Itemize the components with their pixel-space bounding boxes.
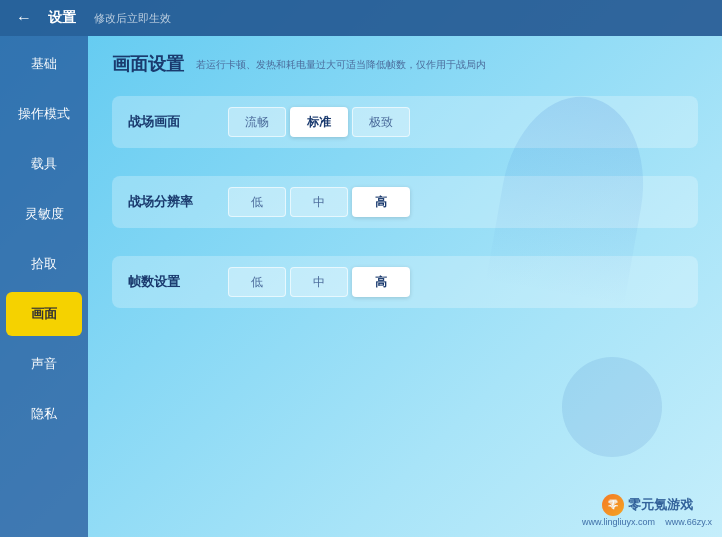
section-desc: 若运行卡顿、发热和耗电量过大可适当降低帧数，仅作用于战局内 bbox=[196, 58, 486, 71]
body-layout: 基础 操作模式 载具 灵敏度 拾取 画面 声音 隐私 bbox=[0, 36, 722, 537]
sidebar-item-pickup[interactable]: 拾取 bbox=[6, 242, 82, 286]
watermark-brand: 零元氪游戏 bbox=[628, 496, 693, 514]
sidebar-item-props[interactable]: 载具 bbox=[6, 142, 82, 186]
watermark: 零 零元氪游戏 www.lingliuyx.com www.66zy.x bbox=[582, 494, 712, 527]
fps-setting-row: 帧数设置 低 中 高 bbox=[112, 256, 698, 308]
sidebar-item-operation[interactable]: 操作模式 bbox=[6, 92, 82, 136]
fps-option-0[interactable]: 低 bbox=[228, 267, 286, 297]
sidebar-item-sound[interactable]: 声音 bbox=[6, 342, 82, 386]
fps-setting-options: 低 中 高 bbox=[228, 267, 410, 297]
watermark-logo: 零 零元氪游戏 bbox=[602, 494, 693, 516]
sidebar: 基础 操作模式 载具 灵敏度 拾取 画面 声音 隐私 bbox=[0, 36, 88, 537]
battle-resolution-options: 低 中 高 bbox=[228, 187, 410, 217]
sidebar-item-sensitivity[interactable]: 灵敏度 bbox=[6, 192, 82, 236]
watermark-icon: 零 bbox=[602, 494, 624, 516]
page-subtitle: 修改后立即生效 bbox=[94, 11, 171, 26]
battle-screen-options: 流畅 标准 极致 bbox=[228, 107, 410, 137]
fps-option-1[interactable]: 中 bbox=[290, 267, 348, 297]
content-area: 画面设置 若运行卡顿、发热和耗电量过大可适当降低帧数，仅作用于战局内 战场画面 … bbox=[88, 36, 722, 537]
battle-screen-option-1[interactable]: 标准 bbox=[290, 107, 348, 137]
battle-resolution-option-0[interactable]: 低 bbox=[228, 187, 286, 217]
section-title-row: 画面设置 若运行卡顿、发热和耗电量过大可适当降低帧数，仅作用于战局内 bbox=[112, 52, 698, 76]
page-title: 设置 bbox=[48, 9, 76, 27]
battle-screen-row: 战场画面 流畅 标准 极致 bbox=[112, 96, 698, 148]
battle-screen-option-2[interactable]: 极致 bbox=[352, 107, 410, 137]
battle-resolution-row: 战场分辨率 低 中 高 bbox=[112, 176, 698, 228]
battle-screen-label: 战场画面 bbox=[128, 113, 228, 131]
fps-setting-label: 帧数设置 bbox=[128, 273, 228, 291]
watermark-urls: www.lingliuyx.com www.66zy.x bbox=[582, 517, 712, 527]
back-button[interactable]: ← bbox=[10, 4, 38, 32]
battle-resolution-option-1[interactable]: 中 bbox=[290, 187, 348, 217]
battle-resolution-label: 战场分辨率 bbox=[128, 193, 228, 211]
battle-resolution-option-2[interactable]: 高 bbox=[352, 187, 410, 217]
fps-option-2[interactable]: 高 bbox=[352, 267, 410, 297]
section-title: 画面设置 bbox=[112, 52, 184, 76]
battle-screen-option-0[interactable]: 流畅 bbox=[228, 107, 286, 137]
sidebar-item-basic[interactable]: 基础 bbox=[6, 42, 82, 86]
sidebar-item-screen[interactable]: 画面 bbox=[6, 292, 82, 336]
top-bar: ← 设置 修改后立即生效 bbox=[0, 0, 722, 36]
sidebar-item-privacy[interactable]: 隐私 bbox=[6, 392, 82, 436]
main-container: ← 设置 修改后立即生效 基础 操作模式 载具 灵敏度 拾取 画面 bbox=[0, 0, 722, 537]
bg-decoration2 bbox=[562, 357, 662, 457]
